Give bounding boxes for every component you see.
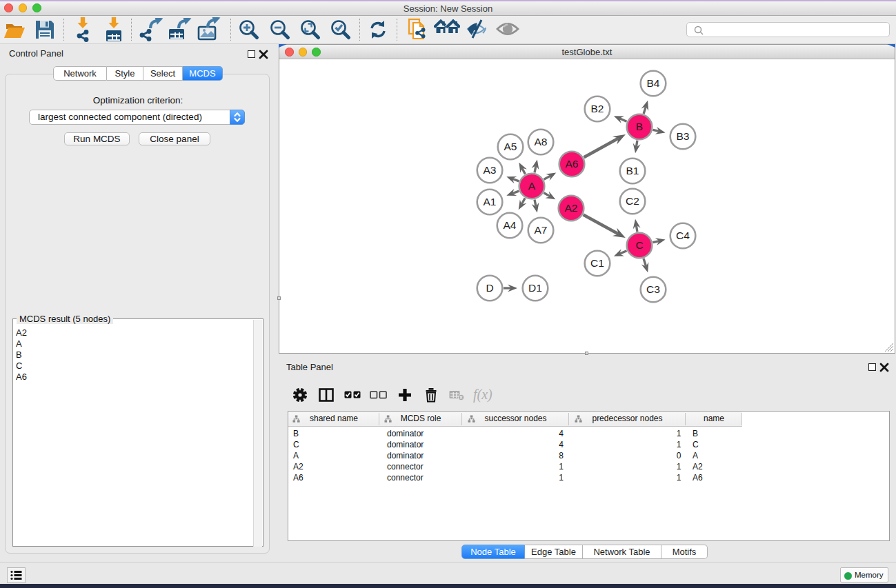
svg-text:A4: A4: [504, 219, 517, 231]
svg-text:B1: B1: [626, 165, 639, 176]
svg-text:D1: D1: [528, 282, 542, 294]
svg-text:A5: A5: [504, 141, 517, 152]
svg-text:A: A: [528, 180, 536, 192]
svg-text:A1: A1: [484, 196, 497, 207]
svg-text:B: B: [636, 121, 643, 132]
svg-text:B3: B3: [677, 130, 690, 142]
svg-text:B2: B2: [591, 103, 604, 114]
svg-text:A2: A2: [565, 202, 578, 214]
svg-text:A7: A7: [535, 224, 548, 236]
svg-text:C1: C1: [590, 257, 604, 269]
svg-text:C2: C2: [626, 195, 639, 207]
svg-text:A8: A8: [535, 136, 548, 148]
svg-text:C: C: [635, 239, 643, 251]
svg-text:A3: A3: [484, 164, 497, 176]
svg-text:D: D: [486, 282, 493, 294]
svg-text:C3: C3: [646, 283, 660, 295]
svg-text:A6: A6: [566, 158, 579, 170]
svg-text:C4: C4: [676, 230, 690, 241]
svg-text:B4: B4: [647, 77, 660, 89]
